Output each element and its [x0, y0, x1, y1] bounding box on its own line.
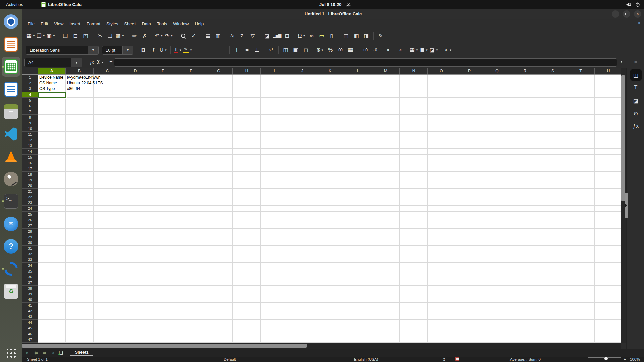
volume-icon[interactable]	[626, 2, 631, 7]
cut-button[interactable]: ✂	[95, 31, 105, 41]
functions-button[interactable]: ƒx	[630, 120, 642, 132]
open-button[interactable]: ❐▼	[36, 31, 46, 41]
minimize-button[interactable]: –	[612, 10, 619, 18]
row-header-10[interactable]: 10	[22, 126, 38, 132]
cell-A1[interactable]: Device Name	[38, 75, 63, 80]
borders-dropdown-icon[interactable]: ▼	[416, 49, 418, 52]
zoom-slider-thumb[interactable]	[604, 357, 608, 360]
row-header-28[interactable]: 28	[22, 229, 38, 234]
row-header-29[interactable]: 29	[22, 234, 38, 240]
column-header-E[interactable]: E	[149, 68, 177, 74]
new-button[interactable]: ▦▼	[26, 31, 36, 41]
paste-dropdown-icon[interactable]: ▼	[122, 34, 124, 37]
trash-launcher[interactable]: ♻	[2, 281, 20, 301]
row-header-47[interactable]: 47	[22, 337, 38, 343]
cell-B1[interactable]: iv-ydm9eb1h4wwh	[66, 75, 100, 80]
libreoffice-calc-launcher[interactable]	[2, 57, 20, 77]
column-header-Q[interactable]: Q	[483, 68, 511, 74]
row-header-4[interactable]: 4	[22, 92, 38, 98]
first-sheet-button[interactable]: ⇤	[25, 350, 32, 355]
column-header-R[interactable]: R	[511, 68, 539, 74]
autofilter-button[interactable]: ▽	[248, 31, 257, 41]
new-dropdown-icon[interactable]: ▼	[33, 34, 35, 37]
row-header-37[interactable]: 37	[22, 280, 38, 286]
close-button[interactable]: ×	[634, 10, 641, 18]
insert-comment-button[interactable]: ▭	[317, 31, 326, 41]
row-header-21[interactable]: 21	[22, 189, 38, 194]
row-header-11[interactable]: 11	[22, 132, 38, 137]
row-header-32[interactable]: 32	[22, 251, 38, 257]
menu-insert[interactable]: Insert	[66, 20, 84, 27]
highlighting-color-button[interactable]: ✎▼	[183, 45, 193, 55]
add-sheet-button[interactable]: ❏+	[59, 350, 66, 355]
thunderbird-launcher[interactable]: ✉	[2, 214, 20, 234]
language-label[interactable]: English (USA)	[354, 357, 378, 362]
sidebar-splitter-handle[interactable]	[625, 193, 628, 218]
export-pdf-button[interactable]: ❑	[61, 31, 70, 41]
styles-button[interactable]: T	[630, 82, 642, 94]
column-button[interactable]: ▥	[213, 31, 223, 41]
row-header-43[interactable]: 43	[22, 314, 38, 320]
navigator-button[interactable]: ⊙	[630, 108, 642, 119]
gallery-button[interactable]: ◪	[630, 95, 642, 106]
cell-A2[interactable]: OS Name	[38, 80, 57, 86]
underline-button[interactable]: U▼	[159, 45, 168, 55]
save-button[interactable]: ▣▼	[46, 31, 56, 41]
center-vertically-button[interactable]: ≍	[242, 45, 252, 55]
merge-and-center-button[interactable]: ◫	[281, 45, 290, 55]
row-header-14[interactable]: 14	[22, 149, 38, 155]
menu-view[interactable]: View	[51, 20, 66, 27]
terminal-launcher[interactable]: >_	[2, 191, 20, 212]
selection-stats-label[interactable]: Average: ; Sum: 0	[510, 357, 541, 362]
font-color-dropdown-icon[interactable]: ▼	[179, 49, 182, 52]
libreoffice-writer-launcher[interactable]	[2, 79, 20, 99]
row-header-45[interactable]: 45	[22, 325, 38, 331]
format-as-currency-button[interactable]: $▼	[316, 45, 325, 55]
conditional-formatting-button[interactable]: ◐▼	[444, 45, 453, 55]
sort-ascending-button[interactable]: A↓	[228, 31, 237, 41]
row-header-40[interactable]: 40	[22, 297, 38, 303]
close-document-button[interactable]: ×	[638, 20, 641, 26]
column-header-C[interactable]: C	[94, 68, 121, 74]
underline-dropdown-icon[interactable]: ▼	[164, 49, 167, 52]
insert-chart-button[interactable]: ▂▅▇	[272, 31, 282, 41]
previous-sheet-button[interactable]: ⇇	[33, 350, 40, 355]
clear-formatting-button[interactable]: ✗	[140, 31, 149, 41]
merge-cells-button[interactable]: ▣	[291, 45, 301, 55]
align-bottom-button[interactable]: ⊥	[252, 45, 262, 55]
column-header-O[interactable]: O	[428, 68, 455, 74]
column-header-F[interactable]: F	[177, 68, 205, 74]
zoom-out-button[interactable]: –	[584, 357, 586, 362]
clock[interactable]: Jul 8 10:20	[319, 0, 351, 9]
select-function-button[interactable]: Σ ▼	[96, 58, 105, 67]
properties-button[interactable]: ◫	[630, 69, 642, 81]
insert-special-character-dropdown-icon[interactable]: ▼	[303, 34, 306, 37]
row-header-36[interactable]: 36	[22, 274, 38, 280]
save-dropdown-icon[interactable]: ▼	[53, 34, 55, 37]
column-header-U[interactable]: U	[595, 68, 621, 74]
chevron-down-icon[interactable]: ▼	[88, 46, 98, 54]
sheet-tab-sheet1[interactable]: Sheet1	[70, 349, 93, 356]
font-color-button[interactable]: T▼	[173, 45, 182, 55]
chevron-down-icon[interactable]: ▼	[101, 61, 104, 64]
align-center-button[interactable]: ≡	[208, 45, 217, 55]
undo-dropdown-icon[interactable]: ▼	[160, 34, 163, 37]
align-left-button[interactable]: ≡	[198, 45, 207, 55]
row-header-33[interactable]: 33	[22, 257, 38, 263]
row-header-19[interactable]: 19	[22, 177, 38, 183]
format-as-percent-button[interactable]: %	[326, 45, 335, 55]
highlighting-color-dropdown-icon[interactable]: ▼	[190, 49, 192, 52]
row-header-23[interactable]: 23	[22, 200, 38, 206]
column-header-L[interactable]: L	[344, 68, 372, 74]
insert-image-button[interactable]: ◪	[262, 31, 272, 41]
files-launcher[interactable]	[2, 102, 20, 122]
find-replace-button[interactable]	[179, 31, 188, 41]
borders-button[interactable]: ▦▼	[409, 45, 419, 55]
border-style-dropdown-icon[interactable]: ▼	[425, 49, 428, 52]
row-header-13[interactable]: 13	[22, 143, 38, 149]
column-header-A[interactable]: A	[38, 68, 66, 74]
format-as-number-button[interactable]: 00	[336, 45, 345, 55]
sidebar-settings-button[interactable]: ≡	[630, 57, 642, 68]
print-button[interactable]: ⊟	[71, 31, 80, 41]
redo-dropdown-icon[interactable]: ▼	[170, 34, 173, 37]
